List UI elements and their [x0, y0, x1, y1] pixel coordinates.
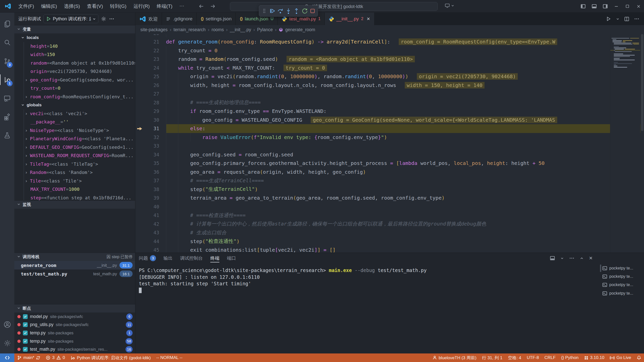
step-over-button[interactable] — [276, 6, 284, 16]
editor-gutter[interactable]: 30 — [135, 116, 166, 124]
split-editor-icon[interactable] — [624, 16, 629, 22]
step-into-button[interactable] — [285, 6, 292, 16]
play-icon[interactable] — [46, 16, 51, 22]
maximize-button[interactable] — [622, 0, 633, 13]
activity-extensions[interactable] — [0, 108, 14, 126]
panel-tab-问题[interactable]: 问题3 — [139, 253, 156, 263]
code-line-content[interactable]: geo_config = WASTELAND_GEO_CONFIGgeo_con… — [166, 116, 644, 124]
editor-gutter[interactable]: 20 — [135, 34, 166, 37]
activity-account[interactable] — [0, 315, 14, 334]
breakpoint-row[interactable]: temp.pysite-packages1 — [14, 329, 135, 337]
code-line-content[interactable]: geo_config.seed = room_config.seed — [166, 150, 644, 159]
branch-status[interactable]: main* — [14, 353, 43, 362]
menu-item[interactable]: 终端(T) — [153, 1, 176, 12]
variable-row[interactable]: ›vec2i = <class 'vec2i'> — [24, 109, 135, 118]
code-line-content[interactable]: # ====生成初始地理信息==== — [166, 98, 644, 107]
history-forward-icon[interactable] — [210, 3, 216, 9]
editor-gutter[interactable]: 24 — [135, 64, 166, 72]
code-line-content[interactable] — [166, 142, 644, 150]
go-live[interactable]: Go Live — [607, 353, 634, 362]
problems-status[interactable]: 30 — [43, 353, 68, 362]
toggle-secondary-sidebar-button[interactable] — [600, 0, 611, 13]
callstack-frame[interactable]: test/test_math.pytest_math.py16:1 — [14, 269, 135, 278]
callstack-section-header[interactable]: 调用堆栈 因 step 已暂停 — [14, 253, 135, 261]
variable-row[interactable]: __package__ = '' — [24, 118, 135, 126]
more-icon[interactable] — [569, 255, 575, 261]
chevron-down-icon[interactable] — [616, 17, 620, 21]
window-indicator[interactable] — [445, 3, 455, 8]
breakpoints-section-header[interactable]: 断点 — [14, 304, 135, 312]
editor-gutter[interactable]: 37 — [135, 176, 166, 185]
panel-tab-调试控制台[interactable]: 调试控制台 — [180, 253, 203, 263]
editor-gutter[interactable]: 43 — [135, 228, 166, 237]
encoding[interactable]: UTF-8 — [524, 353, 542, 362]
variable-row[interactable]: ›WASTELAND_ROOM_REQUEST_CONFIG = RoomR..… — [24, 151, 135, 160]
panel-tab-输出[interactable]: 输出 — [164, 253, 173, 263]
tab-__init__.py[interactable]: __init__.py2✕ — [325, 13, 375, 25]
editor-gutter[interactable]: 23 — [135, 55, 166, 64]
editor-gutter[interactable]: 41 — [135, 211, 166, 220]
minimap[interactable] — [610, 34, 640, 253]
editor-scrollbar[interactable] — [640, 34, 644, 253]
code-line-content[interactable] — [166, 89, 644, 98]
panel-layout-icon[interactable] — [550, 255, 555, 261]
variables-group[interactable]: globals — [14, 101, 135, 109]
editor-gutter[interactable]: 38 — [135, 185, 166, 194]
editor-gutter[interactable]: 44 — [135, 237, 166, 246]
menu-item[interactable]: 选择(S) — [61, 1, 84, 12]
breakpoint-row[interactable]: test_math.pysite-packages\terrain_res...… — [14, 345, 135, 353]
code-line-content[interactable]: while try_count < MAX_TRY_COUNT:try_coun… — [166, 64, 644, 72]
terminal-output[interactable]: PS C:\computer_science\godot-ldtk\site-p… — [135, 263, 644, 294]
variable-row[interactable]: ›Random = <class 'Random'> — [24, 168, 135, 177]
code-line-content[interactable]: exit_combinations:list[tuple[vec2i, vec2… — [166, 246, 644, 253]
activity-settings[interactable] — [0, 334, 14, 352]
vim-mode[interactable]: -- NORMAL -- — [153, 353, 185, 362]
editor-gutter[interactable]: 26 — [135, 81, 166, 90]
variable-row[interactable]: ›TileTag = <class 'TileTag'> — [24, 160, 135, 168]
breakpoint-row[interactable]: temp.pysite-packages58 — [14, 337, 135, 345]
menu-item[interactable]: 运行(R) — [130, 1, 153, 12]
breakpoint-checkbox[interactable] — [23, 339, 28, 344]
menu-item[interactable]: 编辑(E) — [37, 1, 60, 12]
variables-group[interactable]: locals — [14, 33, 135, 42]
step-out-button[interactable] — [293, 6, 300, 16]
python-version[interactable]: 3.10.10 — [581, 353, 607, 362]
activity-source-control[interactable]: 3 — [0, 52, 14, 70]
breadcrumb-item[interactable]: __init__.py — [230, 27, 251, 32]
terminal-session-item[interactable]: pocketpy te... — [602, 289, 642, 297]
code-line-content[interactable]: if room_config.env_type == EnvType.WASTE… — [166, 107, 644, 116]
code-line-content[interactable]: terrain_area = geo_area_to_terrain(geo_a… — [166, 194, 644, 202]
code-line-content[interactable] — [166, 34, 644, 37]
more-icon[interactable] — [634, 16, 639, 22]
editor-gutter[interactable]: 45 — [135, 246, 166, 253]
editor-gutter[interactable]: 21 — [135, 37, 166, 46]
watch-section-header[interactable]: 监视 — [14, 200, 135, 209]
remote-indicator[interactable] — [0, 353, 14, 362]
close-button[interactable] — [633, 0, 644, 13]
activity-run-debug[interactable]: 1 — [0, 70, 14, 89]
editor-gutter[interactable]: 36 — [135, 168, 166, 176]
tab-settings.json[interactable]: {}settings.json — [197, 13, 236, 25]
breadcrumb-symbol[interactable]: generate_room — [285, 27, 315, 32]
editor-gutter[interactable]: 27 — [135, 89, 166, 98]
editor-gutter[interactable]: 31 — [135, 124, 166, 133]
variable-row[interactable]: ›PlanetaryWindConfig = <class 'Planeta..… — [24, 134, 135, 143]
breakpoint-checkbox[interactable] — [23, 347, 28, 352]
activity-search[interactable] — [0, 33, 14, 52]
close-panel-icon[interactable]: ✕ — [589, 255, 593, 261]
code-line-content[interactable]: origin = vec2i(random.randint(0, 1000000… — [166, 72, 644, 81]
activity-explorer[interactable] — [0, 15, 14, 33]
terminal-session-item[interactable]: pocketpy te... — [602, 281, 642, 289]
cursor-position[interactable]: 行 31, 列 1 — [479, 353, 505, 362]
tab-.gdignore[interactable]: .gdignore — [162, 13, 197, 25]
menu-item[interactable]: 转到(G) — [106, 1, 130, 12]
editor-gutter[interactable]: 29 — [135, 107, 166, 116]
history-back-icon[interactable] — [198, 3, 204, 9]
breadcrumb-item[interactable]: site-packages — [140, 27, 168, 32]
more-icon[interactable] — [109, 16, 114, 22]
language-mode[interactable]: {} Python — [558, 353, 581, 362]
code-line-content[interactable]: width, height = room_config.layout.n_col… — [166, 81, 644, 90]
variable-row[interactable]: ›room_config = RoomRequestConfig(env_t..… — [24, 93, 135, 101]
code-line-content[interactable]: step("检查连通性") — [166, 237, 644, 246]
code-line-content[interactable]: # 计算每一个出口的中心，然后使用astar生成路径，确保每一个出口组合都可以联… — [166, 220, 644, 229]
